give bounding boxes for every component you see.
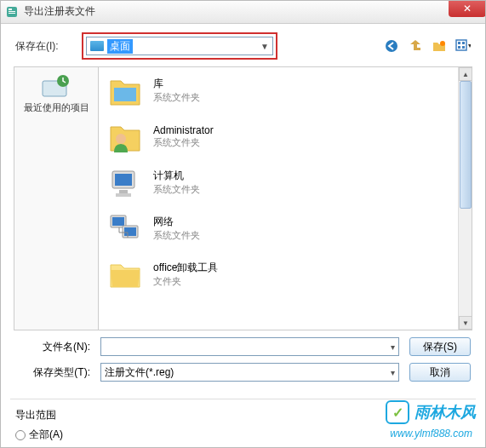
file-type: 系统文件夹: [153, 136, 214, 149]
svg-rect-20: [112, 217, 124, 226]
svg-rect-6: [456, 40, 466, 50]
file-name: Administrator: [153, 124, 214, 136]
svg-rect-10: [462, 46, 465, 49]
list-item[interactable]: Administrator 系统文件夹: [99, 113, 472, 159]
user-icon: [107, 118, 143, 154]
location-value: 桌面: [107, 39, 133, 54]
file-type: 系统文件夹: [153, 229, 200, 242]
file-name: 网络: [153, 215, 200, 229]
window-title: 导出注册表文件: [24, 4, 95, 19]
file-type: 系统文件夹: [153, 91, 200, 104]
network-icon: [107, 210, 143, 246]
up-icon[interactable]: [408, 38, 423, 54]
close-button[interactable]: ✕: [449, 0, 486, 17]
svg-rect-17: [119, 190, 128, 193]
svg-rect-7: [458, 42, 460, 44]
places-bar: 最近使用的项目: [14, 66, 99, 330]
filename-label: 文件名(N):: [15, 340, 100, 354]
filetype-dropdown[interactable]: 注册文件(*.reg) ▾: [100, 363, 399, 382]
app-icon: [5, 5, 19, 19]
scroll-down-icon[interactable]: ▼: [459, 316, 472, 330]
save-in-label: 保存在(I):: [15, 39, 75, 54]
radio-all[interactable]: [15, 430, 26, 440]
location-highlight: 桌面 ▼: [82, 32, 277, 60]
list-item[interactable]: 网络 系统文件夹: [99, 205, 472, 251]
radio-all-label: 全部(A): [29, 428, 63, 442]
chevron-down-icon: ▼: [260, 42, 269, 51]
svg-rect-18: [116, 193, 131, 197]
chevron-down-icon[interactable]: ▾: [391, 342, 395, 352]
svg-rect-22: [124, 227, 136, 236]
svg-rect-8: [462, 42, 465, 44]
filetype-label: 保存类型(T):: [15, 365, 100, 380]
toolbar: 保存在(I): 桌面 ▼: [0, 24, 486, 66]
computer-icon: [107, 164, 143, 200]
folder-icon: [107, 256, 143, 292]
watermark-url: www.ylmf888.com: [390, 428, 472, 439]
watermark: ✓ 雨林木风: [386, 400, 476, 424]
svg-rect-9: [458, 46, 460, 49]
watermark-text: 雨林木风: [415, 402, 476, 422]
bottom-fields: 文件名(N): ▾ 保存(S) 保存类型(T): 注册文件(*.reg) ▾ 取…: [0, 330, 486, 395]
location-dropdown[interactable]: 桌面 ▼: [86, 37, 273, 55]
place-label: 最近使用的项目: [18, 101, 94, 114]
scrollbar[interactable]: ▲ ▼: [458, 67, 472, 330]
svg-rect-16: [115, 174, 132, 186]
separator: [10, 399, 476, 399]
file-type: 文件夹: [153, 275, 218, 288]
svg-point-4: [386, 40, 397, 52]
nav-icons: [384, 38, 471, 54]
list-item[interactable]: 计算机 系统文件夹: [99, 159, 472, 205]
watermark-badge-icon: ✓: [386, 400, 409, 424]
file-name: 库: [153, 77, 200, 91]
save-button[interactable]: 保存(S): [409, 337, 471, 356]
svg-point-5: [440, 41, 445, 46]
place-recent[interactable]: 最近使用的项目: [14, 71, 98, 118]
view-menu-icon[interactable]: [455, 38, 471, 54]
desktop-icon: [90, 41, 104, 51]
scroll-up-icon[interactable]: ▲: [459, 67, 472, 81]
back-icon[interactable]: [384, 38, 399, 54]
svg-rect-3: [9, 13, 15, 14]
file-type: 系统文件夹: [153, 183, 200, 196]
filename-input[interactable]: ▾: [100, 337, 399, 356]
list-item[interactable]: office卸载工具 文件夹: [99, 251, 472, 297]
svg-rect-1: [9, 9, 12, 10]
svg-rect-13: [114, 88, 136, 101]
file-name: office卸载工具: [153, 261, 218, 275]
cancel-button[interactable]: 取消: [409, 363, 471, 382]
file-name: 计算机: [153, 169, 200, 183]
recent-icon: [18, 74, 94, 100]
scroll-thumb[interactable]: [460, 81, 472, 209]
main-area: 最近使用的项目 库 系统文件夹 Administrator 系统文件夹: [0, 66, 486, 330]
svg-rect-2: [9, 11, 15, 12]
titlebar: 导出注册表文件 ✕: [0, 0, 486, 24]
list-item[interactable]: 库 系统文件夹: [99, 67, 472, 113]
new-folder-icon[interactable]: [432, 38, 447, 54]
file-list: 库 系统文件夹 Administrator 系统文件夹 计算机 系统文件夹: [99, 66, 472, 330]
svg-point-14: [116, 134, 126, 144]
library-icon: [107, 72, 143, 108]
chevron-down-icon[interactable]: ▾: [391, 368, 395, 377]
